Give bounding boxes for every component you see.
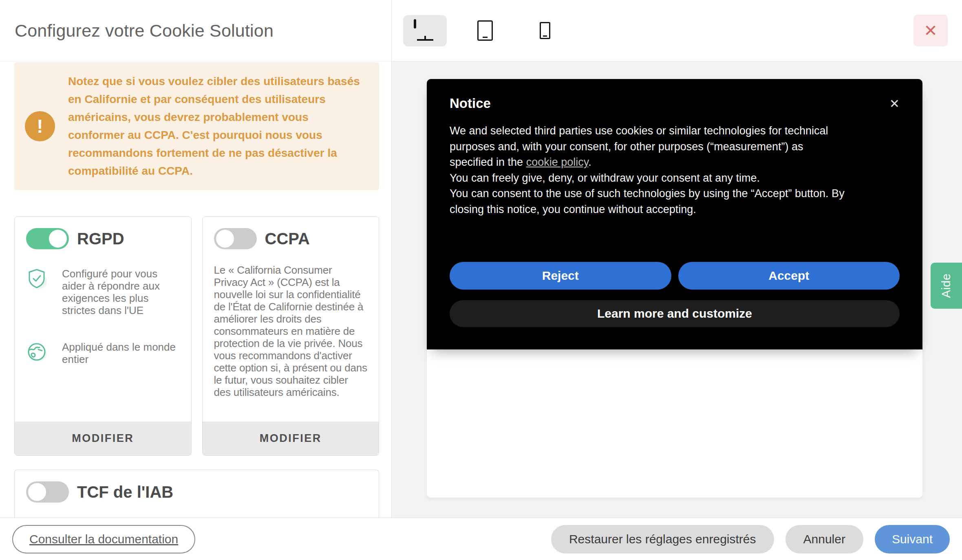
notice-actions: Reject Accept (450, 262, 900, 290)
tcf-label: TCF de l'IAB (77, 483, 173, 501)
cookie-solution-config-dialog: Configurez votre Cookie Solution ! Notez… (0, 0, 962, 560)
preview-header: ✕ (392, 0, 962, 61)
settings-panel: Configurez votre Cookie Solution ! Notez… (0, 0, 392, 518)
notice-line: You can freely give, deny, or withdraw y… (450, 170, 900, 186)
rgpd-feature-text: Appliqué dans le monde entier (62, 341, 179, 365)
help-tab-label: Aide (940, 273, 953, 298)
rgpd-card: RGPD Con (14, 216, 192, 456)
footer-actions: Restaurer les réglages enregistrés Annul… (551, 525, 950, 553)
mobile-icon (540, 22, 550, 39)
reject-button[interactable]: Reject (450, 262, 671, 290)
compliance-cards-row: RGPD Con (14, 216, 379, 456)
restore-settings-button[interactable]: Restaurer les réglages enregistrés (551, 525, 774, 553)
settings-header: Configurez votre Cookie Solution (0, 0, 391, 61)
ccpa-toggle[interactable] (214, 228, 257, 249)
rgpd-feature-global: Appliqué dans le monde entier (26, 341, 180, 365)
toggle-knob (49, 230, 67, 248)
learn-more-button[interactable]: Learn more and customize (450, 300, 900, 327)
ccpa-description: Le « California Consumer Privacy Act » (… (214, 264, 368, 398)
notice-line-text: specified in the (450, 156, 526, 168)
settings-body: ! Notez que si vous voulez cibler des ut… (0, 61, 391, 518)
close-icon: ✕ (924, 21, 938, 40)
ccpa-modify-button[interactable]: MODIFIER (203, 422, 379, 455)
main-row: Configurez votre Cookie Solution ! Notez… (0, 0, 962, 518)
device-tab-tablet[interactable] (463, 15, 507, 46)
rgpd-toggle[interactable] (26, 228, 69, 249)
accept-button[interactable]: Accept (678, 262, 900, 290)
tcf-toggle-row: TCF de l'IAB (26, 481, 367, 503)
ccpa-toggle-row: CCPA (214, 228, 368, 249)
shield-check-icon (26, 268, 48, 290)
globe-icon (26, 341, 48, 363)
documentation-link-label: Consulter la documentation (29, 532, 178, 546)
rgpd-feature-text: Configuré pour vous aider à répondre aux… (62, 268, 179, 316)
rgpd-features: Configuré pour vous aider à répondre aux… (26, 268, 180, 365)
device-tabs (403, 15, 567, 46)
notice-close-icon[interactable]: ✕ (889, 97, 900, 111)
ccpa-label: CCPA (265, 230, 310, 248)
notice-line: purposes and, with your consent, for oth… (450, 139, 900, 155)
footer-bar: Consulter la documentation Restaurer les… (0, 518, 962, 560)
rgpd-toggle-row: RGPD (26, 228, 180, 249)
tablet-icon (477, 20, 493, 41)
rgpd-modify-button[interactable]: MODIFIER (15, 422, 191, 455)
notice-header: Notice ✕ (450, 95, 900, 112)
page-title: Configurez votre Cookie Solution (15, 21, 274, 41)
notice-line-text: . (588, 156, 591, 168)
toggle-knob (216, 230, 234, 248)
cancel-button[interactable]: Annuler (785, 525, 863, 553)
cookie-policy-link[interactable]: cookie policy (526, 156, 589, 168)
cookie-notice-banner: Notice ✕ We and selected third parties u… (427, 79, 922, 349)
tcf-toggle[interactable] (26, 481, 69, 503)
exclamation-icon: ! (25, 111, 55, 141)
notice-line: specified in the cookie policy. (450, 154, 900, 170)
device-tab-mobile[interactable] (523, 15, 567, 46)
help-tab[interactable]: Aide (931, 263, 962, 309)
preview-area: Notice ✕ We and selected third parties u… (392, 61, 962, 518)
documentation-button[interactable]: Consulter la documentation (12, 525, 195, 553)
site-preview-card: Notice ✕ We and selected third parties u… (427, 79, 922, 498)
notice-line: You can consent to the use of such techn… (450, 186, 900, 202)
toggle-knob (28, 483, 46, 501)
notice-line: We and selected third parties use cookie… (450, 123, 900, 139)
desktop-icon (414, 20, 437, 41)
warning-text: Notez que si vous voulez cibler des util… (68, 72, 368, 180)
rgpd-feature-eu: Configuré pour vous aider à répondre aux… (26, 268, 180, 316)
ccpa-card: CCPA Le « California Consumer Privacy Ac… (202, 216, 380, 456)
device-tab-desktop[interactable] (403, 15, 447, 46)
notice-body: We and selected third parties use cookie… (450, 123, 900, 217)
rgpd-label: RGPD (77, 230, 124, 248)
ccpa-warning-box: ! Notez que si vous voulez cibler des ut… (14, 62, 379, 190)
notice-title: Notice (450, 96, 491, 111)
dialog-close-button[interactable]: ✕ (913, 15, 948, 46)
next-button[interactable]: Suivant (875, 525, 950, 553)
notice-line: closing this notice, you continue withou… (450, 202, 900, 217)
tcf-card: TCF de l'IAB (14, 470, 379, 518)
preview-panel: ✕ Notice ✕ We and selected third parties… (392, 0, 962, 518)
